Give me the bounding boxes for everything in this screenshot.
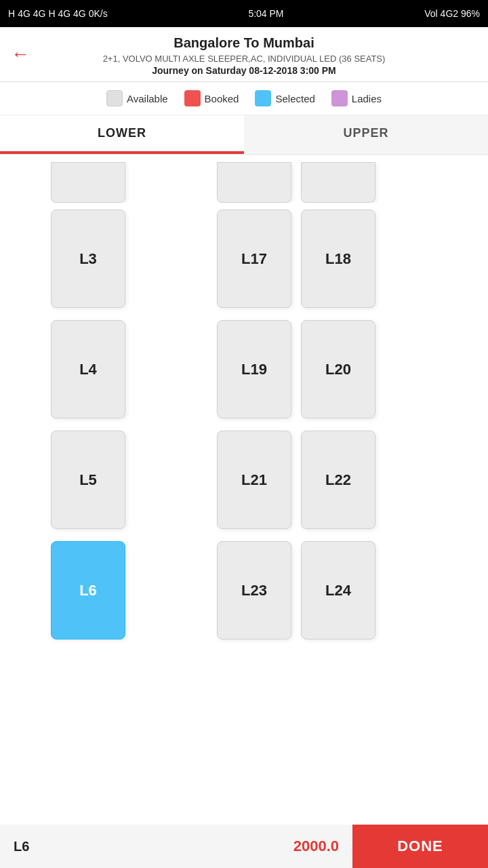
legend-ladies: Ladies bbox=[331, 90, 382, 106]
seat-right-2: L19 L20 bbox=[217, 320, 474, 418]
seat-left-4: L6 bbox=[14, 541, 163, 639]
seat-row-4: L6 L23 L24 bbox=[14, 541, 474, 639]
seat-L20[interactable]: L20 bbox=[301, 320, 375, 418]
seat-right-1: L17 L18 bbox=[217, 210, 474, 308]
seat-legend: Available Booked Selected Ladies bbox=[0, 82, 488, 115]
selected-box bbox=[255, 90, 271, 106]
seat-L23[interactable]: L23 bbox=[217, 541, 291, 639]
signal-bars-icon: 4G bbox=[33, 8, 46, 19]
bottom-price: 2000.0 bbox=[122, 837, 352, 855]
seat-L24-label: L24 bbox=[325, 582, 351, 599]
seat-L18[interactable]: L18 bbox=[301, 210, 375, 308]
seat-left-2: L4 bbox=[14, 320, 163, 418]
data-speed: H 4G 4G 0K/s bbox=[49, 8, 108, 19]
seat-L19[interactable]: L19 bbox=[217, 320, 291, 418]
seat-right-top bbox=[217, 162, 474, 203]
legend-selected: Selected bbox=[255, 90, 314, 106]
seat-L2[interactable] bbox=[51, 162, 125, 203]
tab-upper[interactable]: UPPER bbox=[244, 115, 488, 154]
header: ← Bangalore To Mumbai 2+1, VOLVO MULTI A… bbox=[0, 27, 488, 82]
seat-L6-label: L6 bbox=[79, 582, 97, 599]
seat-L21[interactable]: L21 bbox=[217, 431, 291, 529]
selected-label: Selected bbox=[275, 93, 314, 104]
seat-row-top-partial bbox=[14, 162, 474, 203]
status-time: 5:04 PM bbox=[248, 8, 283, 19]
bottom-seat-label: L6 bbox=[0, 839, 122, 854]
available-box bbox=[106, 90, 123, 106]
seat-row-1: L3 L17 L18 bbox=[14, 210, 474, 308]
seat-L17-partial[interactable] bbox=[301, 162, 375, 203]
back-button[interactable]: ← bbox=[11, 43, 30, 65]
seat-L23-label: L23 bbox=[241, 582, 267, 599]
status-bar: H 4G 4G H 4G 4G 0K/s 5:04 PM Vol 4G2 96% bbox=[0, 0, 488, 27]
seat-row-2: L4 L19 L20 bbox=[14, 320, 474, 418]
network-4g-icon: 4G bbox=[18, 8, 30, 19]
seat-L17[interactable]: L17 bbox=[217, 210, 291, 308]
signal-icon: H bbox=[8, 8, 15, 19]
seat-L22[interactable]: L22 bbox=[301, 431, 375, 529]
seat-layout: L3 L17 L18 L4 L19 L20 bbox=[0, 155, 488, 709]
done-button[interactable]: DONE bbox=[352, 825, 488, 868]
seat-left-1: L3 bbox=[14, 210, 163, 308]
tab-bar: LOWER UPPER bbox=[0, 115, 488, 155]
page-title: Bangalore To Mumbai bbox=[11, 35, 477, 51]
battery-icon: Vol 4G2 96% bbox=[424, 8, 480, 19]
bottom-bar: L6 2000.0 DONE bbox=[0, 825, 488, 868]
seat-L19-label: L19 bbox=[241, 361, 267, 378]
seat-L22-label: L22 bbox=[325, 471, 351, 489]
seat-L17-label: L17 bbox=[241, 250, 267, 268]
seat-L4[interactable]: L4 bbox=[51, 320, 125, 418]
seat-L4-label: L4 bbox=[79, 361, 97, 378]
seat-L20-label: L20 bbox=[325, 361, 351, 378]
status-right: Vol 4G2 96% bbox=[424, 8, 480, 19]
seat-row-3: L5 L21 L22 bbox=[14, 431, 474, 529]
seat-L6[interactable]: L6 bbox=[51, 541, 125, 639]
bus-type: 2+1, VOLVO MULTI AXLE SLEEPER,AC, INDIVI… bbox=[11, 54, 477, 64]
status-left: H 4G 4G H 4G 4G 0K/s bbox=[8, 8, 108, 19]
ladies-label: Ladies bbox=[352, 93, 382, 104]
tab-lower[interactable]: LOWER bbox=[0, 115, 244, 154]
seat-L21-label: L21 bbox=[241, 471, 267, 489]
seat-right-3: L21 L22 bbox=[217, 431, 474, 529]
seat-L3[interactable]: L3 bbox=[51, 210, 125, 308]
available-label: Available bbox=[127, 93, 168, 104]
legend-booked: Booked bbox=[184, 90, 239, 106]
journey-info: Journey on Saturday 08-12-2018 3:00 PM bbox=[11, 65, 477, 76]
seat-L16[interactable] bbox=[217, 162, 291, 203]
booked-box bbox=[184, 90, 201, 106]
booked-label: Booked bbox=[205, 93, 239, 104]
seat-right-4: L23 L24 bbox=[217, 541, 474, 639]
seat-L3-label: L3 bbox=[79, 250, 97, 268]
seat-L5[interactable]: L5 bbox=[51, 431, 125, 529]
seat-left-3: L5 bbox=[14, 431, 163, 529]
legend-available: Available bbox=[106, 90, 168, 106]
seat-L18-label: L18 bbox=[325, 250, 351, 268]
seat-left-top bbox=[14, 162, 163, 203]
ladies-box bbox=[331, 90, 348, 106]
seat-L5-label: L5 bbox=[79, 471, 97, 489]
seat-L24[interactable]: L24 bbox=[301, 541, 375, 639]
